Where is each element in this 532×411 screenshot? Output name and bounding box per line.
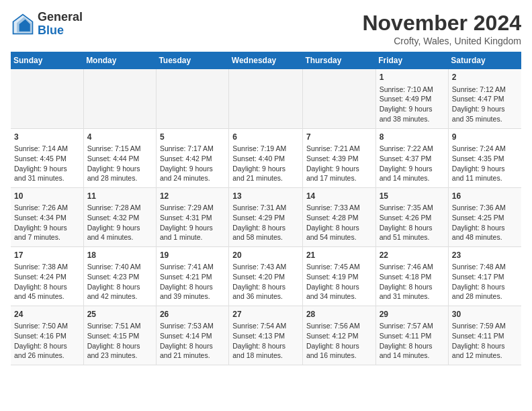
day-number: 3 — [14, 132, 80, 143]
location: Crofty, Wales, United Kingdom — [362, 36, 521, 46]
calendar-cell: 27Sunrise: 7:54 AMSunset: 4:13 PMDayligh… — [229, 306, 303, 365]
calendar-cell: 16Sunrise: 7:36 AMSunset: 4:25 PMDayligh… — [448, 187, 521, 246]
day-number: 4 — [87, 132, 152, 143]
day-number: 13 — [232, 191, 299, 202]
day-number: 9 — [452, 132, 518, 143]
day-info: Sunrise: 7:35 AMSunset: 4:26 PMDaylight:… — [380, 203, 445, 242]
day-info: Sunrise: 7:26 AMSunset: 4:34 PMDaylight:… — [14, 203, 80, 242]
weekday-header-friday: Friday — [375, 52, 448, 69]
day-number: 6 — [232, 132, 299, 143]
day-info: Sunrise: 7:15 AMSunset: 4:44 PMDaylight:… — [87, 144, 152, 183]
day-info: Sunrise: 7:22 AMSunset: 4:37 PMDaylight:… — [380, 144, 445, 183]
week-row-2: 3Sunrise: 7:14 AMSunset: 4:45 PMDaylight… — [11, 128, 521, 187]
day-number: 22 — [380, 250, 445, 261]
day-number: 12 — [160, 191, 225, 202]
day-info: Sunrise: 7:46 AMSunset: 4:18 PMDaylight:… — [380, 262, 445, 302]
calendar-cell: 13Sunrise: 7:31 AMSunset: 4:29 PMDayligh… — [229, 187, 303, 246]
day-number: 24 — [14, 309, 80, 320]
calendar-cell — [229, 69, 303, 128]
calendar-cell: 19Sunrise: 7:41 AMSunset: 4:21 PMDayligh… — [156, 246, 228, 306]
day-info: Sunrise: 7:28 AMSunset: 4:32 PMDaylight:… — [87, 203, 152, 242]
day-info: Sunrise: 7:19 AMSunset: 4:40 PMDaylight:… — [232, 144, 299, 183]
calendar-cell: 28Sunrise: 7:56 AMSunset: 4:12 PMDayligh… — [302, 306, 375, 365]
weekday-header-tuesday: Tuesday — [156, 52, 228, 69]
logo-general: General — [38, 10, 83, 24]
day-info: Sunrise: 7:29 AMSunset: 4:31 PMDaylight:… — [160, 203, 225, 242]
day-info: Sunrise: 7:14 AMSunset: 4:45 PMDaylight:… — [14, 144, 80, 183]
day-number: 7 — [306, 132, 372, 143]
day-info: Sunrise: 7:45 AMSunset: 4:19 PMDaylight:… — [306, 262, 372, 302]
calendar-cell — [11, 69, 83, 128]
day-number: 26 — [160, 309, 225, 320]
weekday-header-saturday: Saturday — [448, 52, 521, 69]
week-row-4: 17Sunrise: 7:38 AMSunset: 4:24 PMDayligh… — [11, 246, 521, 306]
calendar-cell: 2Sunrise: 7:12 AMSunset: 4:47 PMDaylight… — [448, 69, 521, 128]
day-number: 1 — [380, 72, 445, 83]
day-number: 14 — [306, 191, 372, 202]
calendar-cell: 22Sunrise: 7:46 AMSunset: 4:18 PMDayligh… — [375, 246, 448, 306]
calendar-cell: 8Sunrise: 7:22 AMSunset: 4:37 PMDaylight… — [375, 128, 448, 187]
day-number: 5 — [160, 132, 225, 143]
day-number: 30 — [452, 309, 518, 320]
day-info: Sunrise: 7:36 AMSunset: 4:25 PMDaylight:… — [452, 203, 518, 242]
weekday-header-monday: Monday — [83, 52, 156, 69]
weekday-header-wednesday: Wednesday — [229, 52, 303, 69]
logo: General Blue — [11, 11, 83, 38]
day-info: Sunrise: 7:53 AMSunset: 4:14 PMDaylight:… — [160, 321, 225, 361]
day-info: Sunrise: 7:56 AMSunset: 4:12 PMDaylight:… — [306, 321, 372, 361]
week-row-1: 1Sunrise: 7:10 AMSunset: 4:49 PMDaylight… — [11, 69, 521, 128]
day-info: Sunrise: 7:48 AMSunset: 4:17 PMDaylight:… — [452, 262, 518, 302]
weekday-header-sunday: Sunday — [11, 52, 83, 69]
week-row-5: 24Sunrise: 7:50 AMSunset: 4:16 PMDayligh… — [11, 306, 521, 365]
calendar-cell: 1Sunrise: 7:10 AMSunset: 4:49 PMDaylight… — [375, 69, 448, 128]
calendar-cell: 7Sunrise: 7:21 AMSunset: 4:39 PMDaylight… — [302, 128, 375, 187]
calendar-cell: 9Sunrise: 7:24 AMSunset: 4:35 PMDaylight… — [448, 128, 521, 187]
day-info: Sunrise: 7:33 AMSunset: 4:28 PMDaylight:… — [306, 203, 372, 242]
calendar-cell: 18Sunrise: 7:40 AMSunset: 4:23 PMDayligh… — [83, 246, 156, 306]
day-info: Sunrise: 7:51 AMSunset: 4:15 PMDaylight:… — [87, 321, 152, 361]
weekday-header-row: SundayMondayTuesdayWednesdayThursdayFrid… — [11, 52, 521, 69]
calendar-cell: 14Sunrise: 7:33 AMSunset: 4:28 PMDayligh… — [302, 187, 375, 246]
calendar-table: SundayMondayTuesdayWednesdayThursdayFrid… — [11, 52, 521, 365]
day-number: 21 — [306, 250, 372, 261]
calendar-cell: 5Sunrise: 7:17 AMSunset: 4:42 PMDaylight… — [156, 128, 228, 187]
day-number: 10 — [14, 191, 80, 202]
calendar-cell: 20Sunrise: 7:43 AMSunset: 4:20 PMDayligh… — [229, 246, 303, 306]
day-info: Sunrise: 7:54 AMSunset: 4:13 PMDaylight:… — [232, 321, 299, 361]
day-number: 28 — [306, 309, 372, 320]
day-number: 29 — [380, 309, 445, 320]
month-title: November 2024 — [362, 11, 521, 36]
day-info: Sunrise: 7:12 AMSunset: 4:47 PMDaylight:… — [452, 85, 518, 124]
calendar-cell: 12Sunrise: 7:29 AMSunset: 4:31 PMDayligh… — [156, 187, 228, 246]
calendar-cell: 3Sunrise: 7:14 AMSunset: 4:45 PMDaylight… — [11, 128, 83, 187]
day-number: 2 — [452, 72, 518, 83]
calendar-cell: 10Sunrise: 7:26 AMSunset: 4:34 PMDayligh… — [11, 187, 83, 246]
logo-blue: Blue — [38, 24, 64, 37]
day-info: Sunrise: 7:10 AMSunset: 4:49 PMDaylight:… — [380, 85, 445, 124]
calendar-cell: 23Sunrise: 7:48 AMSunset: 4:17 PMDayligh… — [448, 246, 521, 306]
day-info: Sunrise: 7:50 AMSunset: 4:16 PMDaylight:… — [14, 321, 80, 361]
day-info: Sunrise: 7:38 AMSunset: 4:24 PMDaylight:… — [14, 262, 80, 302]
calendar-cell — [83, 69, 156, 128]
calendar-cell: 4Sunrise: 7:15 AMSunset: 4:44 PMDaylight… — [83, 128, 156, 187]
day-info: Sunrise: 7:43 AMSunset: 4:20 PMDaylight:… — [232, 262, 299, 302]
day-info: Sunrise: 7:57 AMSunset: 4:11 PMDaylight:… — [380, 321, 445, 361]
day-number: 20 — [232, 250, 299, 261]
calendar-cell: 24Sunrise: 7:50 AMSunset: 4:16 PMDayligh… — [11, 306, 83, 365]
day-number: 19 — [160, 250, 225, 261]
day-number: 25 — [87, 309, 152, 320]
calendar-body: 1Sunrise: 7:10 AMSunset: 4:49 PMDaylight… — [11, 69, 521, 365]
day-number: 27 — [232, 309, 299, 320]
calendar-cell: 26Sunrise: 7:53 AMSunset: 4:14 PMDayligh… — [156, 306, 228, 365]
day-info: Sunrise: 7:40 AMSunset: 4:23 PMDaylight:… — [87, 262, 152, 302]
title-block: November 2024 Crofty, Wales, United King… — [362, 11, 521, 46]
day-number: 23 — [452, 250, 518, 261]
day-info: Sunrise: 7:21 AMSunset: 4:39 PMDaylight:… — [306, 144, 372, 183]
calendar-cell: 25Sunrise: 7:51 AMSunset: 4:15 PMDayligh… — [83, 306, 156, 365]
calendar-cell: 17Sunrise: 7:38 AMSunset: 4:24 PMDayligh… — [11, 246, 83, 306]
calendar-cell — [302, 69, 375, 128]
day-info: Sunrise: 7:17 AMSunset: 4:42 PMDaylight:… — [160, 144, 225, 183]
day-info: Sunrise: 7:59 AMSunset: 4:11 PMDaylight:… — [452, 321, 518, 361]
calendar-cell: 15Sunrise: 7:35 AMSunset: 4:26 PMDayligh… — [375, 187, 448, 246]
day-number: 18 — [87, 250, 152, 261]
